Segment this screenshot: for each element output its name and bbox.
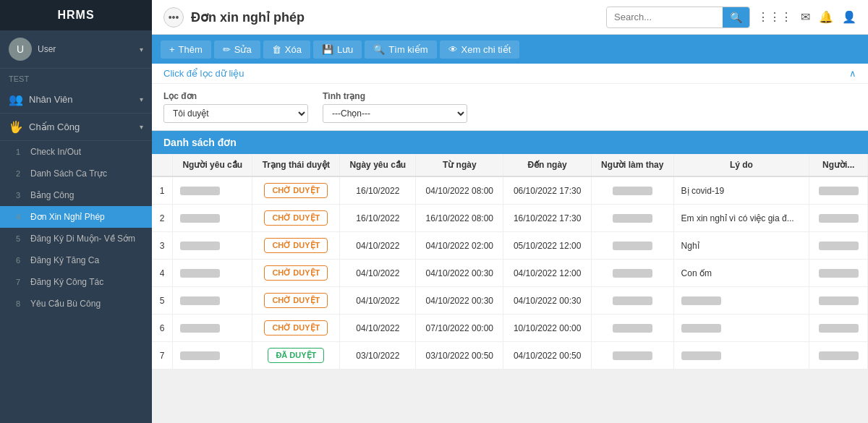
sidebar-item-label: Đăng Ký Tăng Ca bbox=[30, 255, 99, 265]
cell-trang-thai: CHỜ DUYỆT bbox=[252, 315, 340, 342]
table-row[interactable]: 4 CHỜ DUYỆT 04/10/2022 04/10/2022 00:30 … bbox=[152, 260, 868, 287]
cell-nguoi-yc bbox=[173, 315, 252, 342]
save-icon: 💾 bbox=[322, 44, 333, 55]
people-icon: 👥 bbox=[9, 93, 23, 106]
cell-ly-do: Bị covid-19 bbox=[673, 176, 809, 205]
cell-tu-ngay: 07/10/2022 00:00 bbox=[416, 315, 503, 342]
sidebar-item-yeu-cau-bu-cong[interactable]: 8 Yêu Cầu Bù Công bbox=[0, 293, 152, 315]
data-table: Người yêu cầu Trạng thái duyệt Ngày yêu … bbox=[152, 154, 868, 369]
sidebar-item-dang-ky-cong-tac[interactable]: 7 Đăng Ký Công Tác bbox=[0, 271, 152, 293]
sidebar-item-dang-ky-tang-ca[interactable]: 6 Đăng Ký Tăng Ca bbox=[0, 249, 152, 271]
cell-num: 4 bbox=[152, 260, 173, 287]
cell-ngay-yc: 16/10/2022 bbox=[340, 176, 416, 205]
cell-den-ngay: 04/10/2022 12:00 bbox=[503, 260, 591, 287]
sidebar-item-label: Đăng Ký Di Muộn- Về Sớm bbox=[30, 234, 135, 244]
main-content: ••• Đơn xin nghỉ phép 🔍 ⋮⋮⋮ ✉ 🔔 👤 + Thêm… bbox=[152, 0, 868, 423]
cell-trang-thai: CHỜ DUYỆT bbox=[252, 176, 340, 205]
cell-nguoi-lam-thay bbox=[591, 315, 673, 342]
xem-chi-tiet-label: Xem chi tiết bbox=[461, 44, 511, 55]
sidebar-item-bang-cong[interactable]: 3 Bảng Công bbox=[0, 184, 152, 206]
message-icon[interactable]: ✉ bbox=[801, 10, 810, 24]
table-row[interactable]: 6 CHỜ DUYỆT 04/10/2022 07/10/2022 00:00 … bbox=[152, 315, 868, 342]
sua-label: Sửa bbox=[234, 44, 252, 55]
menu-button[interactable]: ••• bbox=[163, 7, 184, 27]
cell-nguoi-duyet bbox=[809, 315, 868, 342]
sidebar-item-don-xin-nghi-phep[interactable]: 4 Đơn Xin Nghỉ Phép bbox=[0, 206, 152, 228]
cell-tu-ngay: 03/10/2022 00:50 bbox=[416, 342, 503, 369]
table-section-label: Danh sách đơn bbox=[152, 131, 868, 154]
cell-trang-thai: CHỜ DUYỆT bbox=[252, 260, 340, 287]
table-row[interactable]: 5 CHỜ DUYỆT 04/10/2022 04/10/2022 00:30 … bbox=[152, 287, 868, 315]
filter-toggle[interactable]: Click để lọc dữ liệu ∧ bbox=[152, 64, 868, 84]
cell-nguoi-lam-thay bbox=[591, 232, 673, 260]
cell-nguoi-duyet bbox=[809, 176, 868, 205]
table-area: Danh sách đơn Người yêu cầu Trạng thái d… bbox=[152, 131, 868, 423]
tim-kiem-button[interactable]: 🔍 Tìm kiếm bbox=[365, 40, 436, 59]
cell-ngay-yc: 16/10/2022 bbox=[340, 205, 416, 232]
sidebar-item-label: Bảng Công bbox=[30, 190, 74, 200]
sidebar-group-cham-cong[interactable]: 🖐 Chấm Công ▾ bbox=[0, 114, 152, 141]
sidebar-group-nhan-vien[interactable]: 👥 Nhân Viên ▾ bbox=[0, 86, 152, 114]
sidebar-user[interactable]: U User ▾ bbox=[0, 30, 152, 69]
notification-icon[interactable]: 🔔 bbox=[819, 10, 833, 24]
xem-chi-tiet-button[interactable]: 👁 Xem chi tiết bbox=[440, 40, 520, 59]
username: User bbox=[38, 44, 134, 54]
cell-nguoi-duyet bbox=[809, 287, 868, 315]
search-button[interactable]: 🔍 bbox=[723, 7, 749, 27]
luu-button[interactable]: 💾 Lưu bbox=[313, 40, 362, 59]
cell-ly-do: Con ốm bbox=[673, 260, 809, 287]
col-nguoi-lam-thay: Người làm thay bbox=[591, 154, 673, 176]
col-ngay-yc: Ngày yêu cầu bbox=[340, 154, 416, 176]
cell-num: 6 bbox=[152, 315, 173, 342]
loc-don-select[interactable]: Tôi duyệt Tôi tạo bbox=[163, 104, 308, 123]
grid-icon[interactable]: ⋮⋮⋮ bbox=[757, 10, 792, 24]
sidebar-item-danh-sach-ca-truc[interactable]: 2 Danh Sách Ca Trực bbox=[0, 163, 152, 184]
cell-num: 1 bbox=[152, 176, 173, 205]
sidebar-group-label-2: Chấm Công bbox=[29, 121, 134, 132]
cell-nguoi-lam-thay bbox=[591, 287, 673, 315]
tinh-trang-label: Tình trạng bbox=[323, 91, 467, 101]
cell-nguoi-yc bbox=[173, 232, 252, 260]
cell-nguoi-yc bbox=[173, 260, 252, 287]
cell-ngay-yc: 03/10/2022 bbox=[340, 342, 416, 369]
xoa-button[interactable]: 🗑 Xóa bbox=[263, 40, 310, 59]
sidebar-item-dang-ky-di-muon[interactable]: 5 Đăng Ký Di Muộn- Về Sớm bbox=[0, 228, 152, 249]
table-row[interactable]: 3 CHỜ DUYỆT 04/10/2022 04/10/2022 02:00 … bbox=[152, 232, 868, 260]
cell-den-ngay: 16/10/2022 17:30 bbox=[503, 205, 591, 232]
page-title: Đơn xin nghỉ phép bbox=[191, 9, 599, 25]
table-header-row: Người yêu cầu Trạng thái duyệt Ngày yêu … bbox=[152, 154, 868, 176]
cell-ly-do: Em xin nghỉ vì có việc gia đ... bbox=[673, 205, 809, 232]
cell-den-ngay: 05/10/2022 12:00 bbox=[503, 232, 591, 260]
search-icon: 🔍 bbox=[373, 44, 385, 55]
sua-button[interactable]: ✏ Sửa bbox=[214, 40, 260, 59]
cell-ngay-yc: 04/10/2022 bbox=[340, 260, 416, 287]
topbar: ••• Đơn xin nghỉ phép 🔍 ⋮⋮⋮ ✉ 🔔 👤 bbox=[152, 0, 868, 35]
cell-den-ngay: 10/10/2022 00:00 bbox=[503, 315, 591, 342]
col-nguoi-yc: Người yêu cầu bbox=[173, 154, 252, 176]
sidebar-item-label: Đơn Xin Nghỉ Phép bbox=[30, 212, 105, 222]
cell-ly-do bbox=[673, 315, 809, 342]
table-row[interactable]: 2 CHỜ DUYỆT 16/10/2022 16/10/2022 08:00 … bbox=[152, 205, 868, 232]
sidebar-item-check-inout[interactable]: 1 Check In/Out bbox=[0, 141, 152, 163]
edit-icon: ✏ bbox=[223, 44, 231, 55]
cell-num: 3 bbox=[152, 232, 173, 260]
cell-trang-thai: CHỜ DUYỆT bbox=[252, 287, 340, 315]
cell-nguoi-duyet bbox=[809, 342, 868, 369]
cell-nguoi-lam-thay bbox=[591, 342, 673, 369]
cell-tu-ngay: 04/10/2022 02:00 bbox=[416, 232, 503, 260]
table-row[interactable]: 7 ĐÃ DUYỆT 03/10/2022 03/10/2022 00:50 0… bbox=[152, 342, 868, 369]
search-input[interactable] bbox=[607, 8, 723, 26]
cell-nguoi-lam-thay bbox=[591, 260, 673, 287]
cell-nguoi-yc bbox=[173, 176, 252, 205]
toolbar: + Thêm ✏ Sửa 🗑 Xóa 💾 Lưu 🔍 Tìm kiếm 👁 Xe… bbox=[152, 35, 868, 64]
sidebar-item-label: Yêu Cầu Bù Công bbox=[30, 299, 101, 309]
table-row[interactable]: 1 CHỜ DUYỆT 16/10/2022 04/10/2022 08:00 … bbox=[152, 176, 868, 205]
cell-nguoi-lam-thay bbox=[591, 205, 673, 232]
them-button[interactable]: + Thêm bbox=[161, 40, 211, 59]
cell-ngay-yc: 04/10/2022 bbox=[340, 232, 416, 260]
chevron-right-icon: ▾ bbox=[140, 95, 143, 103]
user-icon[interactable]: 👤 bbox=[842, 10, 856, 24]
tinh-trang-select[interactable]: ---Chọn--- Chờ duyệt Đã duyệt Từ chối bbox=[323, 104, 467, 123]
cell-trang-thai: ĐÃ DUYỆT bbox=[252, 342, 340, 369]
chevron-right-icon-2: ▾ bbox=[140, 123, 143, 131]
